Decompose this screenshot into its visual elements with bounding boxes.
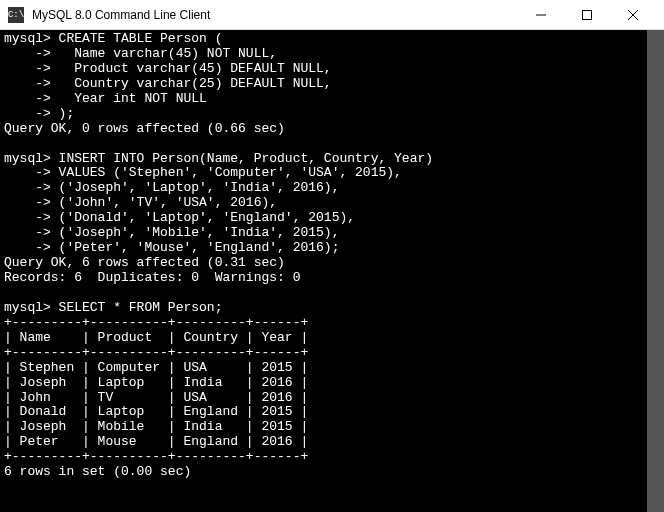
- close-button[interactable]: [610, 0, 656, 30]
- app-icon: C:\: [8, 7, 24, 23]
- titlebar: C:\ MySQL 8.0 Command Line Client: [0, 0, 664, 30]
- scrollbar-thumb[interactable]: [647, 30, 664, 512]
- minimize-icon: [536, 10, 546, 20]
- svg-rect-1: [583, 10, 592, 19]
- terminal-text: mysql> CREATE TABLE Person ( -> Name var…: [4, 31, 433, 479]
- window-title: MySQL 8.0 Command Line Client: [32, 8, 518, 22]
- minimize-button[interactable]: [518, 0, 564, 30]
- window-controls: [518, 0, 656, 30]
- maximize-button[interactable]: [564, 0, 610, 30]
- close-icon: [628, 10, 638, 20]
- terminal-output[interactable]: mysql> CREATE TABLE Person ( -> Name var…: [0, 30, 664, 512]
- scrollbar[interactable]: [647, 30, 664, 512]
- maximize-icon: [582, 10, 592, 20]
